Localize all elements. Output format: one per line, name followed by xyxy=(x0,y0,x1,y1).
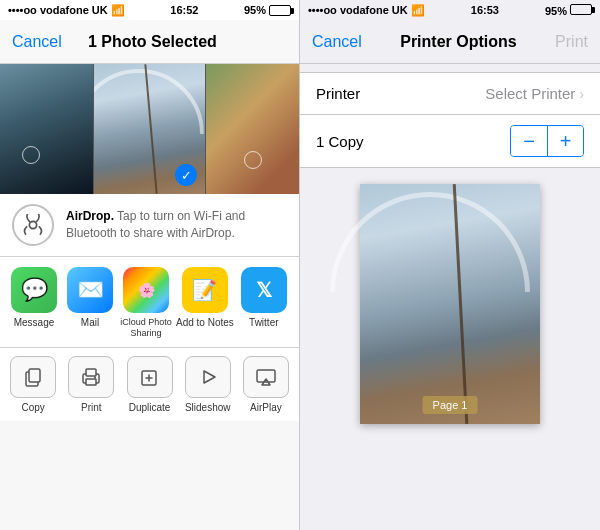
airdrop-icon xyxy=(12,204,54,246)
duplicate-icon xyxy=(127,356,173,398)
status-bar-right: ••••oo vodafone UK 📶 16:53 95% xyxy=(300,0,600,20)
cancel-button-right[interactable]: Cancel xyxy=(312,33,362,51)
copy-label: Copy xyxy=(21,402,44,413)
app-share-row: 💬 Message ✉️ Mail 🌸 iCloud Photo Sharing… xyxy=(0,257,299,348)
carrier-right: ••••oo vodafone UK xyxy=(308,4,408,16)
app-item-notes[interactable]: 📝 Add to Notes xyxy=(176,267,234,339)
message-label: Message xyxy=(14,317,55,329)
print-label: Print xyxy=(81,402,102,413)
action-duplicate[interactable]: Duplicate xyxy=(120,356,178,413)
notes-label: Add to Notes xyxy=(176,317,234,329)
time-right: 16:53 xyxy=(471,4,499,16)
carrier-left: ••••oo vodafone UK xyxy=(8,4,108,16)
battery-icon-right xyxy=(570,4,592,15)
copy-stepper: − + xyxy=(510,125,584,157)
mail-icon: ✉️ xyxy=(67,267,113,313)
status-bar-left: ••••oo vodafone UK 📶 16:52 95% xyxy=(0,0,299,20)
copy-count-label: 1 Copy xyxy=(316,133,364,150)
cancel-button-left[interactable]: Cancel xyxy=(12,33,62,51)
plus-button[interactable]: + xyxy=(547,126,583,156)
photo1-selection-circle xyxy=(22,146,40,164)
slideshow-icon xyxy=(185,356,231,398)
wifi-icon-left: 📶 xyxy=(111,4,125,17)
mail-label: Mail xyxy=(81,317,99,329)
svg-point-6 xyxy=(94,376,96,378)
photo2-selected-checkmark: ✓ xyxy=(175,164,197,186)
action-row: Copy Print Duplicate xyxy=(0,348,299,421)
print-button[interactable]: Print xyxy=(555,33,588,51)
photo-3[interactable] xyxy=(205,64,299,194)
app-item-twitter[interactable]: 𝕏 Twitter xyxy=(238,267,290,339)
nav-bar-right: Cancel Printer Options Print xyxy=(300,20,600,64)
battery-pct-left: 95% xyxy=(244,4,266,16)
page-title-right: Printer Options xyxy=(400,33,516,51)
print-icon xyxy=(68,356,114,398)
slideshow-label: Slideshow xyxy=(185,402,231,413)
photo-1[interactable] xyxy=(0,64,93,194)
airdrop-description: AirDrop. Tap to turn on Wi-Fi and Blueto… xyxy=(66,208,287,242)
printer-chevron-icon: › xyxy=(579,86,584,102)
copy-row: 1 Copy − + xyxy=(300,115,600,168)
icloud-label: iCloud Photo Sharing xyxy=(120,317,172,339)
printer-value: Select Printer › xyxy=(485,85,584,102)
airdrop-section[interactable]: AirDrop. Tap to turn on Wi-Fi and Blueto… xyxy=(0,194,299,257)
app-item-mail[interactable]: ✉️ Mail xyxy=(64,267,116,339)
icloud-photos-icon: 🌸 xyxy=(123,267,169,313)
notes-icon: 📝 xyxy=(182,267,228,313)
print-preview-area: Page 1 xyxy=(300,168,600,530)
printer-row[interactable]: Printer Select Printer › xyxy=(300,72,600,115)
minus-button[interactable]: − xyxy=(511,126,547,156)
svg-rect-5 xyxy=(86,379,96,385)
svg-rect-4 xyxy=(86,369,96,376)
svg-marker-10 xyxy=(204,371,215,383)
action-copy[interactable]: Copy xyxy=(4,356,62,413)
message-icon: 💬 xyxy=(11,267,57,313)
app-item-icloud[interactable]: 🌸 iCloud Photo Sharing xyxy=(120,267,172,339)
page-title-left: 1 Photo Selected xyxy=(88,33,217,51)
twitter-icon: 𝕏 xyxy=(241,267,287,313)
wifi-icon-right: 📶 xyxy=(411,4,425,16)
photo3-selection-circle xyxy=(244,151,262,169)
airplay-label: AirPlay xyxy=(250,402,282,413)
right-panel: ••••oo vodafone UK 📶 16:53 95% Cancel Pr… xyxy=(300,0,600,530)
nav-bar-left: Cancel 1 Photo Selected xyxy=(0,20,299,64)
svg-point-0 xyxy=(29,221,36,228)
printer-label: Printer xyxy=(316,85,360,102)
preview-arc xyxy=(330,192,530,392)
photo-2[interactable]: ✓ xyxy=(93,64,205,194)
photos-grid: ✓ xyxy=(0,64,299,194)
battery-pct-right: 95% xyxy=(545,5,567,17)
action-print[interactable]: Print xyxy=(62,356,120,413)
action-slideshow[interactable]: Slideshow xyxy=(179,356,237,413)
left-panel: ••••oo vodafone UK 📶 16:52 95% Cancel 1 … xyxy=(0,0,300,530)
app-item-message[interactable]: 💬 Message xyxy=(8,267,60,339)
copy-icon xyxy=(10,356,56,398)
select-printer-text: Select Printer xyxy=(485,85,575,102)
print-preview-image: Page 1 xyxy=(360,184,540,424)
twitter-label: Twitter xyxy=(249,317,278,329)
time-left: 16:52 xyxy=(170,4,198,16)
airplay-icon xyxy=(243,356,289,398)
page-number-badge: Page 1 xyxy=(423,396,478,414)
duplicate-label: Duplicate xyxy=(129,402,171,413)
svg-rect-2 xyxy=(29,369,40,382)
action-airplay[interactable]: AirPlay xyxy=(237,356,295,413)
battery-icon-left xyxy=(269,5,291,16)
